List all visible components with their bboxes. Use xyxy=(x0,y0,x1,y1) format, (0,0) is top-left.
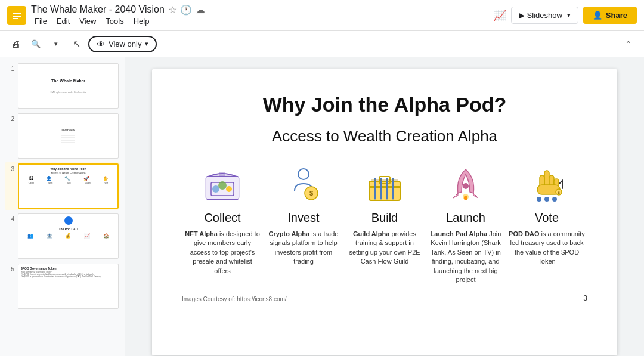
share-button[interactable]: 👤 Share xyxy=(583,7,637,24)
svg-rect-1 xyxy=(13,13,21,14)
slide-thumb-4[interactable]: 4 The Pod DAO 👥 🏦 💰 📈 🏠 xyxy=(5,212,120,260)
build-desc: Guild Alpha provides training & support … xyxy=(346,230,423,267)
slide-thumb-5[interactable]: 5 $POD Governance Token What is the $POD… xyxy=(5,262,120,310)
menu-edit[interactable]: Edit xyxy=(53,16,73,27)
history-icon[interactable]: 🕐 xyxy=(180,4,192,16)
slide-sub-title: Access to Wealth Creation Alpha xyxy=(182,127,587,146)
toolbar: 🖨 🔍 ▾ ↖ 👁 View only ▾ ⌃ xyxy=(0,31,644,57)
svg-rect-21 xyxy=(371,179,398,181)
main-layout: 1 The Whale Maker © All rights reserved … xyxy=(0,57,644,356)
slide-thumb-2[interactable]: 2 Overview xyxy=(5,112,120,160)
icon-col-launch: Launch Launch Pad Alpha Join Kevin Harri… xyxy=(427,163,504,284)
icon-grid: Collect NFT Alpha is designed to give me… xyxy=(182,163,587,284)
slide-thumbnail-1: The Whale Maker © All rights reserved - … xyxy=(18,63,119,109)
build-icon xyxy=(366,163,403,205)
menu-help[interactable]: Help xyxy=(130,16,153,27)
vote-desc: POD DAO is a community led treasury used… xyxy=(508,230,586,267)
svg-rect-2 xyxy=(13,16,21,17)
slide-thumbnail-5: $POD Governance Token What is the $POD G… xyxy=(18,264,119,309)
view-only-label: View only xyxy=(109,39,141,48)
slide-footer: Images Courtesy of: https://icons8.com/ … xyxy=(182,294,587,302)
svg-point-31 xyxy=(544,197,549,202)
top-bar-right: 📈 ▶ Slideshow ▾ 👤 Share xyxy=(493,7,637,24)
svg-point-22 xyxy=(463,183,469,189)
collect-label: Collect xyxy=(204,211,240,225)
menu-bar: File Edit View Tools Help xyxy=(31,16,205,27)
menu-file[interactable]: File xyxy=(31,16,51,27)
icon-col-collect: Collect NFT Alpha is designed to give me… xyxy=(184,163,261,275)
icon-col-invest: $ Invest Crypto Alpha is a trade signals… xyxy=(265,163,342,267)
vote-label: Vote xyxy=(535,211,559,225)
slide-main-title: Why Join the Alpha Pod? xyxy=(182,93,587,116)
menu-tools[interactable]: Tools xyxy=(102,16,127,27)
collect-icon xyxy=(204,163,241,205)
invest-label: Invest xyxy=(287,211,319,225)
menu-view[interactable]: View xyxy=(76,16,100,27)
slide-num-5: 5 xyxy=(6,266,14,273)
slide-num-4: 4 xyxy=(6,216,14,222)
zoom-dropdown[interactable]: ▾ xyxy=(48,36,64,52)
slideshow-button[interactable]: ▶ Slideshow ▾ xyxy=(511,7,578,24)
view-only-dropdown-icon: ▾ xyxy=(145,40,148,48)
slide-num-2: 2 xyxy=(6,116,14,122)
svg-point-32 xyxy=(552,197,557,202)
slide-thumbnail-4: The Pod DAO 👥 🏦 💰 📈 🏠 xyxy=(18,213,119,259)
share-label: Share xyxy=(606,11,627,20)
star-icon[interactable]: ☆ xyxy=(168,4,177,16)
sidebar: 1 The Whale Maker © All rights reserved … xyxy=(0,57,125,356)
slide-thumbnail-2: Overview xyxy=(18,113,119,159)
icon-col-build: Build Guild Alpha provides training & su… xyxy=(346,163,423,267)
svg-rect-10 xyxy=(219,172,225,177)
svg-point-30 xyxy=(537,197,541,202)
analytics-icon: 📈 xyxy=(493,9,506,22)
invest-icon: $ xyxy=(285,163,322,205)
eye-icon: 👁 xyxy=(97,39,105,49)
svg-point-9 xyxy=(226,186,232,192)
svg-text:$: $ xyxy=(309,190,313,197)
content-area: Why Join the Alpha Pod? Access to Wealth… xyxy=(125,57,644,356)
top-bar: The Whale Maker - 2040 Vision ☆ 🕐 ☁ File… xyxy=(0,0,644,31)
print-button[interactable]: 🖨 xyxy=(7,36,24,52)
svg-text:$: $ xyxy=(558,190,560,195)
top-bar-left: The Whale Maker - 2040 Vision ☆ 🕐 ☁ File… xyxy=(7,4,205,26)
slide-num-3: 3 xyxy=(6,166,14,172)
launch-icon xyxy=(447,163,484,205)
icon-col-vote: $ Vote POD DAO is a community led treasu… xyxy=(508,163,586,267)
slide-footer-text: Images Courtesy of: https://icons8.com/ xyxy=(182,296,287,302)
cursor-button[interactable]: ↖ xyxy=(68,36,85,52)
slide-container: Why Join the Alpha Pod? Access to Wealth… xyxy=(152,69,617,355)
launch-desc: Launch Pad Alpha Join Kevin Harrington (… xyxy=(427,230,504,284)
svg-point-11 xyxy=(298,169,309,179)
svg-point-24 xyxy=(464,196,467,200)
svg-point-7 xyxy=(212,185,219,193)
view-only-button[interactable]: 👁 View only ▾ xyxy=(88,36,157,52)
svg-rect-15 xyxy=(369,186,400,188)
collapse-button[interactable]: ⌃ xyxy=(620,36,637,52)
collect-desc: NFT Alpha is designed to give members ea… xyxy=(184,230,261,275)
invest-desc: Crypto Alpha is a trade signals platform… xyxy=(265,230,342,267)
vote-icon: $ xyxy=(528,163,565,205)
build-label: Build xyxy=(371,211,398,225)
cloud-icon[interactable]: ☁ xyxy=(196,4,205,16)
svg-rect-3 xyxy=(13,18,18,19)
slide-thumb-3[interactable]: 3 Why Join the Alpha Pod? Access to Weal… xyxy=(5,162,120,210)
app-logo xyxy=(7,6,26,25)
svg-point-8 xyxy=(218,181,227,190)
title-area: The Whale Maker - 2040 Vision ☆ 🕐 ☁ File… xyxy=(31,4,205,26)
chevron-down-icon: ▾ xyxy=(567,11,571,19)
zoom-button[interactable]: 🔍 xyxy=(27,36,44,52)
slideshow-label: Slideshow xyxy=(527,11,562,20)
slide-page-num: 3 xyxy=(583,294,587,302)
doc-title: The Whale Maker - 2040 Vision xyxy=(31,4,165,15)
slide-num-1: 1 xyxy=(6,66,14,72)
slide-thumb-1[interactable]: 1 The Whale Maker © All rights reserved … xyxy=(5,62,120,110)
slide-thumbnail-3: Why Join the Alpha Pod? Access to Wealth… xyxy=(18,163,119,209)
launch-label: Launch xyxy=(446,211,485,225)
slideshow-icon: ▶ xyxy=(519,11,525,20)
share-icon: 👤 xyxy=(593,11,602,20)
